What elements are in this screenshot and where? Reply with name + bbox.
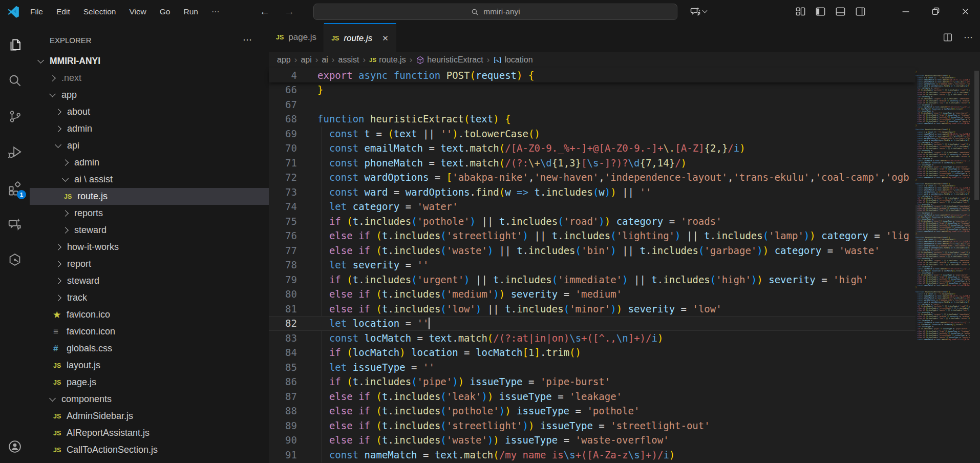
code-line-88[interactable]: 88 else if (t.includes('pothole')) issue…	[269, 404, 915, 418]
tree-folder-admin[interactable]: admin	[30, 120, 269, 137]
tree-folder-steward[interactable]: steward	[30, 272, 269, 289]
customize-layout-button[interactable]	[795, 6, 806, 17]
toggle-secondary-sidebar-button[interactable]	[855, 6, 866, 17]
account-icon[interactable]	[0, 435, 30, 458]
menu-selection[interactable]: Selection	[77, 0, 123, 23]
menu-run[interactable]: Run	[177, 0, 204, 23]
sticky-scroll-line[interactable]: 4 export async function POST(request) {	[269, 68, 915, 82]
tree-folder-admin[interactable]: admin	[30, 154, 269, 171]
menu-edit[interactable]: Edit	[50, 0, 77, 23]
editor-more-actions-button[interactable]: ⋯	[964, 32, 973, 43]
code-line-89[interactable]: 89 else if (t.includes('streetlight')) i…	[269, 418, 915, 433]
code-line-79[interactable]: 79 if (t.includes('urgent') || t.include…	[269, 272, 915, 287]
menu-file[interactable]: File	[24, 0, 50, 23]
tree-file-favicon.ico[interactable]: ★favicon.ico	[30, 306, 269, 323]
code-line-80[interactable]: 80 else if (t.includes('medium')) severi…	[269, 287, 915, 302]
close-tab-icon[interactable]: ✕	[382, 34, 389, 43]
code-line-75[interactable]: 75 if (t.includes('pothole') || t.includ…	[269, 214, 915, 229]
tree-file-favicon.icon[interactable]: ≡favicon.icon	[30, 323, 269, 340]
split-editor-button[interactable]	[942, 32, 953, 43]
breadcrumb-item-heuristicextract[interactable]: heuristicExtract	[416, 55, 483, 65]
code-line-86[interactable]: 86 if (t.includes('pipe')) issueType = '…	[269, 374, 915, 389]
tree-file-calltoactionsection.js[interactable]: JSCallToActionSection.js	[30, 441, 269, 458]
code-line-69[interactable]: 69 const t = (text || '').toLowerCase()	[269, 127, 915, 141]
breadcrumb-item-api[interactable]: api	[301, 55, 311, 65]
tree-file-route.js[interactable]: JSroute.js	[30, 188, 269, 205]
tree-folder-app[interactable]: app	[30, 87, 269, 103]
breadcrumb-item-app[interactable]: app	[277, 55, 291, 65]
tree-folder-mmiri-anyi[interactable]: MMIRI-ANYI	[30, 53, 269, 70]
code-line-91[interactable]: 91 const nameMatch = text.match(/my name…	[269, 448, 915, 462]
code-line-78[interactable]: 78 let severity = ''	[269, 258, 915, 272]
nav-forward-button[interactable]: →	[281, 0, 298, 23]
code-line-81[interactable]: 81 else if (t.includes('low') || t.inclu…	[269, 302, 915, 317]
copilot-chat-icon[interactable]	[0, 213, 30, 235]
tree-folder-components[interactable]: components	[30, 391, 269, 408]
code-line-77[interactable]: 77 else if (t.includes('waste') || t.inc…	[269, 243, 915, 258]
source-control-icon[interactable]	[0, 105, 30, 128]
tree-folder-about[interactable]: about	[30, 103, 269, 120]
hexagon-extension-icon[interactable]	[0, 248, 30, 271]
tree-folder-report[interactable]: report	[30, 256, 269, 272]
tree-folder-steward[interactable]: steward	[30, 222, 269, 239]
tree-folder-how-it-works[interactable]: how-it-works	[30, 239, 269, 256]
code-line-83[interactable]: 83 const locMatch = text.match(/(?:at|in…	[269, 331, 915, 346]
code-line-73[interactable]: 73 const ward = wardOptions.find(w => t.…	[269, 185, 915, 200]
menu-go[interactable]: Go	[153, 0, 177, 23]
breadcrumb-item-assist[interactable]: assist	[338, 55, 359, 65]
line-number: 91	[269, 448, 297, 462]
copilot-chat-button[interactable]	[689, 0, 713, 23]
scrollbar-thumb[interactable]	[974, 71, 979, 200]
tree-file-adminsidebar.js[interactable]: JSAdminSidebar.js	[30, 408, 269, 425]
extensions-icon[interactable]: 1	[0, 177, 30, 199]
code-line-87[interactable]: 87 else if (t.includes('leak')) issueTyp…	[269, 389, 915, 404]
command-center-search[interactable]: mmiri-anyi	[313, 4, 677, 20]
code-line-85[interactable]: 85 let issueType = ''	[269, 360, 915, 375]
tree-file-layout.js[interactable]: JSlayout.js	[30, 357, 269, 374]
code-line-84[interactable]: 84 if (locMatch) location = locMatch[1].…	[269, 345, 915, 360]
code-line-90[interactable]: 90 else if (t.includes('waste')) issueTy…	[269, 433, 915, 448]
code-line-70[interactable]: 70 const emailMatch = text.match(/[A-Z0-…	[269, 141, 915, 156]
tab-page-js[interactable]: JSpage.js	[269, 23, 324, 52]
tab-route-js[interactable]: JSroute.js✕	[324, 23, 396, 53]
tree-file-aireportassistant.js[interactable]: JSAIReportAssistant.js	[30, 425, 269, 441]
tree-file-page.js[interactable]: JSpage.js	[30, 374, 269, 391]
minimap-slider[interactable]	[915, 205, 970, 259]
tree-folder-reports[interactable]: reports	[30, 205, 269, 222]
code-line-74[interactable]: 74 let category = 'water'	[269, 199, 915, 214]
restore-button[interactable]	[921, 0, 950, 23]
nav-back-button[interactable]: ←	[256, 0, 273, 23]
line-content: const ward = wardOptions.find(w => t.inc…	[317, 185, 651, 200]
toggle-panel-button[interactable]	[835, 6, 846, 17]
line-number: 71	[269, 156, 297, 171]
code-line-76[interactable]: 76 else if (t.includes('streetlight') ||…	[269, 228, 915, 243]
code-line-68[interactable]: 68function heuristicExtract(text) {	[269, 112, 915, 127]
tree-folder-track[interactable]: track	[30, 289, 269, 306]
breadcrumb-item-route.js[interactable]: JSroute.js	[369, 55, 406, 65]
close-button[interactable]	[950, 0, 980, 23]
js-file-icon: JS	[53, 413, 67, 420]
tree-folder-ai-assist[interactable]: ai \ assist	[30, 171, 269, 188]
search-icon[interactable]	[0, 69, 30, 92]
breadcrumb-item-ai[interactable]: ai	[322, 55, 328, 65]
code-line-82[interactable]: 82 let location = ''	[269, 316, 915, 331]
line-content: const wardOptions = ['abakpa-nike','new-…	[317, 170, 909, 185]
code-line-71[interactable]: 71 const phoneMatch = text.match(/(?:\+\…	[269, 156, 915, 171]
toggle-primary-sidebar-button[interactable]	[815, 6, 826, 17]
code-area[interactable]: 66}6768function heuristicExtract(text) {…	[269, 82, 915, 463]
code-line-66[interactable]: 66}	[269, 82, 915, 97]
minimize-button[interactable]	[891, 0, 921, 23]
menu-more-button[interactable]: ⋯	[205, 0, 226, 23]
breadcrumb-item-location[interactable]: location	[493, 55, 532, 65]
code-line-67[interactable]: 67	[269, 97, 915, 112]
tree-file-globals.css[interactable]: #globals.css	[30, 340, 269, 357]
code-line-72[interactable]: 72 const wardOptions = ['abakpa-nike','n…	[269, 170, 915, 185]
tree-folder-api[interactable]: api	[30, 137, 269, 154]
tree-folder-.next[interactable]: .next	[30, 70, 269, 87]
run-and-debug-icon[interactable]	[0, 141, 30, 163]
explorer-more-actions-button[interactable]: ⋯	[243, 34, 252, 46]
extensions-badge: 1	[17, 190, 26, 199]
menu-view[interactable]: View	[122, 0, 153, 23]
explorer-icon[interactable]	[0, 33, 30, 56]
tree-item-label: AdminSidebar.js	[67, 411, 133, 422]
